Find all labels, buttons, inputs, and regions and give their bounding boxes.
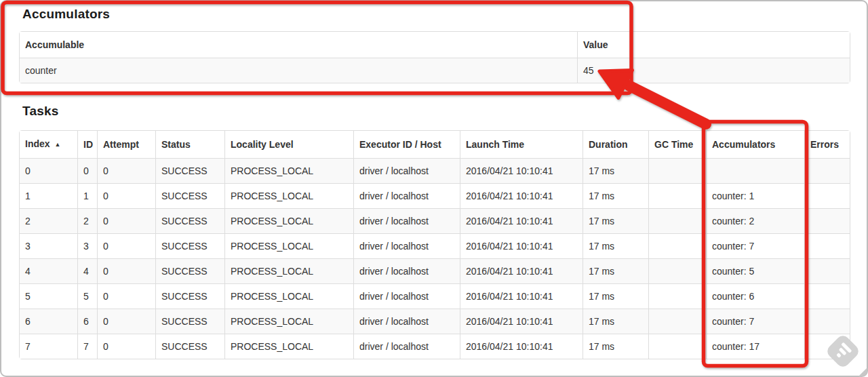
table-cell: 17 ms (583, 334, 648, 359)
table-cell: counter: 17 (706, 334, 804, 359)
table-cell: 1 (77, 183, 97, 208)
table-cell: SUCCESS (155, 283, 224, 309)
col-header-accumulable: Accumulable (20, 32, 577, 58)
table-cell: driver / localhost (353, 283, 460, 309)
col-header-index[interactable]: Index▲ (20, 131, 77, 158)
table-cell (706, 158, 804, 183)
table-row: counter 45 (20, 58, 850, 83)
table-row: 550SUCCESSPROCESS_LOCALdriver / localhos… (20, 283, 850, 309)
table-cell: SUCCESS (155, 208, 224, 233)
table-cell (648, 334, 706, 359)
table-cell: driver / localhost (353, 233, 460, 258)
table-row: 440SUCCESSPROCESS_LOCALdriver / localhos… (20, 258, 850, 283)
table-cell: driver / localhost (353, 334, 460, 359)
table-cell: driver / localhost (353, 158, 460, 183)
table-cell: 4 (77, 258, 97, 283)
table-cell: 2016/04/21 10:10:41 (460, 258, 583, 283)
table-cell (648, 258, 706, 283)
page-content: Accumulators Accumulable Value counter 4… (0, 0, 868, 359)
col-header-status[interactable]: Status (155, 131, 224, 158)
table-cell: counter: 6 (706, 283, 804, 309)
accumulators-table: Accumulable Value counter 45 (19, 31, 850, 83)
table-cell: 17 ms (583, 208, 648, 233)
table-cell: 2016/04/21 10:10:41 (460, 334, 583, 359)
col-header-launch-time[interactable]: Launch Time (460, 131, 583, 158)
table-cell: 17 ms (583, 283, 648, 309)
accumulators-header-row: Accumulable Value (20, 32, 850, 58)
col-header-errors[interactable]: Errors (804, 131, 850, 158)
resize-grip-icon (859, 368, 867, 376)
table-row: 110SUCCESSPROCESS_LOCALdriver / localhos… (20, 183, 850, 208)
col-header-executor-id-host[interactable]: Executor ID / Host (353, 131, 460, 158)
table-cell: 17 ms (583, 258, 648, 283)
col-header-attempt[interactable]: Attempt (97, 131, 155, 158)
accumulable-name-cell: counter (20, 58, 577, 83)
tasks-table: Index▲ ID Attempt Status Locality Level … (19, 130, 850, 359)
table-cell: counter: 7 (706, 309, 804, 334)
table-row: 330SUCCESSPROCESS_LOCALdriver / localhos… (20, 233, 850, 258)
table-cell (648, 233, 706, 258)
table-cell: 2016/04/21 10:10:41 (460, 158, 583, 183)
table-cell: 0 (97, 158, 155, 183)
table-cell: 3 (20, 233, 77, 258)
col-header-value: Value (577, 32, 850, 58)
table-row: 770SUCCESSPROCESS_LOCALdriver / localhos… (20, 334, 850, 359)
table-cell: PROCESS_LOCAL (224, 183, 353, 208)
table-cell: 7 (77, 334, 97, 359)
col-header-id[interactable]: ID (77, 131, 97, 158)
tasks-header-row: Index▲ ID Attempt Status Locality Level … (20, 131, 850, 158)
table-cell: 17 ms (583, 183, 648, 208)
table-cell (648, 183, 706, 208)
table-cell: PROCESS_LOCAL (224, 208, 353, 233)
table-cell (804, 309, 850, 334)
table-cell: 2 (20, 208, 77, 233)
table-cell: 0 (97, 334, 155, 359)
table-cell: 0 (97, 258, 155, 283)
col-header-gc-time[interactable]: GC Time (648, 131, 706, 158)
table-cell: 0 (20, 158, 77, 183)
table-cell: SUCCESS (155, 258, 224, 283)
table-cell: 17 ms (583, 309, 648, 334)
table-cell: 2016/04/21 10:10:41 (460, 283, 583, 309)
table-cell: 17 ms (583, 158, 648, 183)
col-header-duration[interactable]: Duration (583, 131, 648, 158)
table-cell (804, 208, 850, 233)
table-cell: PROCESS_LOCAL (224, 334, 353, 359)
tasks-table-body: 000SUCCESSPROCESS_LOCALdriver / localhos… (20, 158, 850, 359)
table-cell: SUCCESS (155, 309, 224, 334)
col-header-locality-level[interactable]: Locality Level (224, 131, 353, 158)
table-cell: driver / localhost (353, 183, 460, 208)
table-cell: 0 (97, 208, 155, 233)
col-header-accumulators[interactable]: Accumulators (706, 131, 804, 158)
table-row: 660SUCCESSPROCESS_LOCALdriver / localhos… (20, 309, 850, 334)
table-cell: counter: 1 (706, 183, 804, 208)
table-cell: 2 (77, 208, 97, 233)
table-cell: 2016/04/21 10:10:41 (460, 208, 583, 233)
tasks-section-heading: Tasks (22, 104, 849, 119)
table-cell (804, 258, 850, 283)
table-cell: SUCCESS (155, 233, 224, 258)
table-cell: 0 (97, 309, 155, 334)
table-cell: PROCESS_LOCAL (224, 158, 353, 183)
accumulable-value-cell: 45 (577, 58, 850, 83)
table-cell: counter: 7 (706, 233, 804, 258)
table-cell: 0 (97, 233, 155, 258)
col-header-index-label: Index (25, 138, 50, 149)
table-cell (648, 208, 706, 233)
table-cell (648, 283, 706, 309)
table-cell: 5 (77, 283, 97, 309)
table-cell: 17 ms (583, 233, 648, 258)
table-cell: driver / localhost (353, 309, 460, 334)
sort-asc-icon: ▲ (55, 141, 61, 148)
table-cell: 1 (20, 183, 77, 208)
table-cell: SUCCESS (155, 183, 224, 208)
accumulators-section-heading: Accumulators (22, 7, 849, 22)
table-cell (648, 158, 706, 183)
table-cell: counter: 5 (706, 258, 804, 283)
table-cell: PROCESS_LOCAL (224, 258, 353, 283)
table-cell: 0 (97, 183, 155, 208)
table-row: 220SUCCESSPROCESS_LOCALdriver / localhos… (20, 208, 850, 233)
table-cell: 7 (20, 334, 77, 359)
table-cell: PROCESS_LOCAL (224, 233, 353, 258)
table-cell: 4 (20, 258, 77, 283)
